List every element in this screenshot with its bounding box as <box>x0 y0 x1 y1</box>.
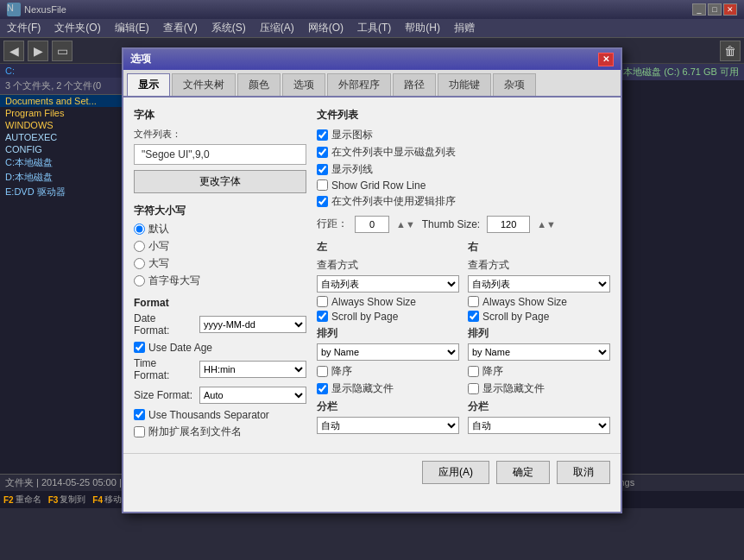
use-logical-sort-label: 在文件列表中使用逻辑排序 <box>331 194 456 209</box>
file-list-section: 文件列表 显示图标 在文件列表中显示磁盘列表 显示列线 <box>317 108 610 209</box>
use-date-age-checkbox[interactable] <box>134 342 145 353</box>
font-value-display: "Segoe UI",9,0 <box>134 144 306 165</box>
show-icons-row: 显示图标 <box>317 128 610 142</box>
case-lower-radio[interactable] <box>134 241 145 252</box>
right-show-hidden-checkbox[interactable] <box>468 383 479 394</box>
right-always-show-size-checkbox[interactable] <box>468 296 479 307</box>
case-default-label: 默认 <box>148 222 169 236</box>
left-sort-title: 排列 <box>317 326 459 341</box>
dialog-close-button[interactable]: ✕ <box>598 53 614 66</box>
spacing-row: 行距： ▲▼ Thumb Size: ▲▼ <box>317 216 610 233</box>
dialog-title: 选项 <box>130 52 598 66</box>
show-disk-list-checkbox[interactable] <box>317 147 328 158</box>
left-sort-select[interactable]: by Name <box>317 343 459 361</box>
show-grid-row-row: Show Grid Row Line <box>317 179 610 192</box>
tab-options[interactable]: 选项 <box>282 73 325 96</box>
right-sort-select[interactable]: by Name <box>468 343 610 361</box>
add-extension-label: 附加扩展名到文件名 <box>148 425 242 439</box>
right-show-hidden-label: 显示隐藏文件 <box>482 381 545 396</box>
dialog-title-bar: 选项 ✕ <box>123 49 621 70</box>
show-disk-list-row: 在文件列表中显示磁盘列表 <box>317 145 610 160</box>
tab-misc[interactable]: 杂项 <box>493 73 536 96</box>
show-grid-row-checkbox[interactable] <box>317 179 328 191</box>
left-split-title: 分栏 <box>317 400 459 414</box>
case-section-title: 字符大小写 <box>134 204 306 218</box>
cancel-button[interactable]: 取消 <box>557 461 610 484</box>
show-icons-checkbox[interactable] <box>317 129 328 141</box>
left-desc-checkbox[interactable] <box>317 366 328 377</box>
use-thousands-row: Use Thousands Separator <box>134 409 306 421</box>
ok-button[interactable]: 确定 <box>496 461 550 484</box>
left-view-select[interactable]: 自动列表 <box>317 275 459 293</box>
use-thousands-checkbox[interactable] <box>134 409 145 420</box>
time-format-label: Time Format: <box>134 357 194 381</box>
use-thousands-label: Use Thousands Separator <box>148 409 269 421</box>
case-radio-group: 默认 小写 大写 首字母大写 <box>134 222 306 288</box>
dialog-footer: 应用(A) 确定 取消 <box>123 453 621 494</box>
case-upper[interactable]: 大写 <box>134 256 306 271</box>
left-always-show-size-label: Always Show Size <box>331 296 416 308</box>
thumb-label: Thumb Size: <box>422 218 480 230</box>
left-pane-title: 左 <box>317 240 459 255</box>
format-section: Format Date Format: yyyy-MM-dd Use Date … <box>134 297 306 439</box>
spacing-input[interactable] <box>355 216 389 233</box>
tab-folder-tree[interactable]: 文件夹树 <box>172 73 236 96</box>
size-format-row: Size Format: Auto <box>134 387 306 404</box>
right-always-show-size: Always Show Size <box>468 296 610 308</box>
case-title-label: 首字母大写 <box>148 274 200 288</box>
left-split-select[interactable]: 自动 <box>317 417 459 434</box>
use-logical-sort-checkbox[interactable] <box>317 196 328 207</box>
left-column: 字体 文件列表： "Segoe UI",9,0 更改字体 字符大小写 默认 小写 <box>134 108 306 443</box>
main-window: N NexusFile _ □ ✕ 文件(F) 文件夹(O) 编辑(E) 查看(… <box>0 0 744 560</box>
dialog-overlay: 选项 ✕ 显示 文件夹树 颜色 选项 外部程序 路径 功能键 杂项 字体 <box>0 0 744 560</box>
case-title[interactable]: 首字母大写 <box>134 274 306 288</box>
right-desc-checkbox[interactable] <box>468 366 479 377</box>
left-show-hidden-checkbox[interactable] <box>317 383 328 394</box>
tab-path[interactable]: 路径 <box>393 73 436 96</box>
show-icons-label: 显示图标 <box>331 128 373 142</box>
right-sort-title: 排列 <box>468 326 610 341</box>
right-show-hidden-row: 显示隐藏文件 <box>468 381 610 396</box>
add-extension-checkbox[interactable] <box>134 426 145 437</box>
change-font-button[interactable]: 更改字体 <box>134 170 306 193</box>
date-format-select[interactable]: yyyy-MM-dd <box>199 316 306 333</box>
case-lower-label: 小写 <box>148 239 169 254</box>
show-column-lines-row: 显示列线 <box>317 162 610 177</box>
right-always-show-size-label: Always Show Size <box>482 296 567 308</box>
apply-button[interactable]: 应用(A) <box>422 461 489 484</box>
tab-color[interactable]: 颜色 <box>237 73 281 96</box>
left-scroll-by-page: Scroll by Page <box>317 311 459 323</box>
case-title-radio[interactable] <box>134 275 145 286</box>
right-view-select[interactable]: 自动列表 <box>468 275 610 293</box>
use-date-age-row: Use Date Age <box>134 342 306 354</box>
right-split-select[interactable]: 自动 <box>468 417 610 434</box>
lr-pane-container: 左 查看方式 自动列表 Always Show Size <box>317 240 610 437</box>
right-column: 文件列表 显示图标 在文件列表中显示磁盘列表 显示列线 <box>317 108 610 443</box>
case-default[interactable]: 默认 <box>134 222 306 236</box>
show-column-lines-checkbox[interactable] <box>317 164 328 175</box>
tab-fkeys[interactable]: 功能键 <box>438 73 491 96</box>
size-format-select[interactable]: Auto <box>199 387 306 404</box>
right-pane-settings: 右 查看方式 自动列表 Always Show Size <box>468 240 610 437</box>
time-format-select[interactable]: HH:min <box>199 361 306 378</box>
case-default-radio[interactable] <box>134 223 145 235</box>
left-pane-settings: 左 查看方式 自动列表 Always Show Size <box>317 240 459 437</box>
left-scroll-by-page-checkbox[interactable] <box>317 311 328 322</box>
tab-display[interactable]: 显示 <box>127 73 170 96</box>
right-scroll-by-page-checkbox[interactable] <box>468 311 479 322</box>
right-desc-label: 降序 <box>482 364 503 379</box>
right-view-label: 查看方式 <box>468 258 610 273</box>
case-upper-radio[interactable] <box>134 258 145 269</box>
time-format-row: Time Format: HH:min <box>134 357 306 381</box>
right-pane-title: 右 <box>468 240 610 255</box>
use-date-age-label: Use Date Age <box>148 342 212 354</box>
left-desc-label: 降序 <box>331 364 352 379</box>
case-lower[interactable]: 小写 <box>134 239 306 254</box>
dialog-content: 字体 文件列表： "Segoe UI",9,0 更改字体 字符大小写 默认 小写 <box>123 98 621 453</box>
right-split-title: 分栏 <box>468 400 610 414</box>
font-section-title: 字体 <box>134 108 306 123</box>
tab-external[interactable]: 外部程序 <box>327 73 391 96</box>
left-always-show-size-checkbox[interactable] <box>317 296 328 307</box>
case-upper-label: 大写 <box>148 256 169 271</box>
thumb-size-input[interactable] <box>487 216 530 233</box>
